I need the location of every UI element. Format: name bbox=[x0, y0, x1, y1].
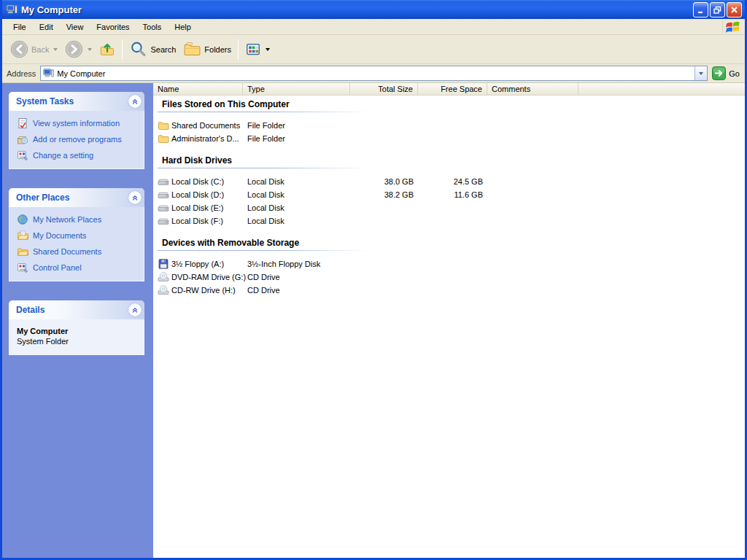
task-link-label: My Documents bbox=[33, 231, 86, 240]
name-cell: DVD-RAM Drive (G:) bbox=[153, 271, 243, 283]
go-button[interactable]: Go bbox=[712, 66, 743, 80]
task-link-view-system-information[interactable]: View system information bbox=[17, 117, 141, 129]
chevron-down-icon bbox=[53, 48, 58, 51]
name-cell: Local Disk (F:) bbox=[153, 215, 243, 227]
list-item-cd-rw-drive-h[interactable]: CD-RW Drive (H:)CD Drive bbox=[153, 284, 745, 297]
address-input[interactable]: My Computer bbox=[40, 66, 708, 81]
task-link-label: Change a setting bbox=[33, 151, 93, 160]
my-computer-icon bbox=[6, 4, 18, 15]
task-pane-sidebar: System TasksView system informationAdd o… bbox=[2, 83, 153, 558]
type-cell: 3½-Inch Floppy Disk bbox=[243, 260, 350, 268]
chevron-up-button[interactable] bbox=[128, 191, 142, 204]
panel-body: My Network PlacesMy DocumentsShared Docu… bbox=[9, 207, 144, 281]
go-arrow-icon bbox=[712, 66, 726, 80]
item-name: Local Disk (C:) bbox=[171, 177, 224, 186]
file-list-area: NameTypeTotal SizeFree SpaceComments Fil… bbox=[153, 83, 745, 558]
group-hard-disk-drives: Hard Disk DrivesLocal Disk (C:)Local Dis… bbox=[153, 155, 745, 228]
name-cell: CD-RW Drive (H:) bbox=[153, 284, 243, 296]
list-item-shared-documents[interactable]: Shared DocumentsFile Folder bbox=[153, 119, 745, 132]
folders-button[interactable]: Folders bbox=[179, 38, 235, 61]
search-button[interactable]: Search bbox=[125, 38, 179, 61]
local-disk-icon bbox=[158, 202, 169, 214]
restore-button[interactable] bbox=[710, 2, 725, 18]
total-size-cell: 38.2 GB bbox=[350, 190, 418, 199]
panel-body: View system informationAdd or remove pro… bbox=[9, 111, 144, 169]
panel-other-places: Other PlacesMy Network PlacesMy Document… bbox=[9, 188, 144, 281]
task-link-label: Shared Documents bbox=[33, 247, 101, 256]
name-cell: 3½ Floppy (A:) bbox=[153, 258, 243, 270]
up-button[interactable] bbox=[96, 39, 119, 60]
close-button[interactable] bbox=[727, 2, 742, 18]
group-header: Hard Disk Drives bbox=[162, 155, 745, 166]
window-controls bbox=[693, 2, 742, 18]
views-icon bbox=[245, 42, 261, 58]
system-info-icon bbox=[17, 117, 28, 129]
item-name: DVD-RAM Drive (G:) bbox=[171, 273, 246, 281]
task-link-label: Add or remove programs bbox=[33, 135, 122, 144]
type-cell: File Folder bbox=[243, 121, 350, 130]
task-link-label: Control Panel bbox=[33, 263, 82, 272]
list-item-dvd-ram-drive-g[interactable]: DVD-RAM Drive (G:)CD Drive bbox=[153, 271, 745, 284]
minimize-button[interactable] bbox=[693, 2, 708, 18]
task-link-my-documents[interactable]: My Documents bbox=[17, 230, 141, 241]
column-header-comments[interactable]: Comments bbox=[487, 83, 578, 95]
go-label: Go bbox=[729, 69, 740, 78]
menu-item-tools[interactable]: Tools bbox=[136, 21, 169, 33]
cd-drive-icon bbox=[158, 271, 169, 283]
panel-details: DetailsMy ComputerSystem Folder bbox=[9, 300, 144, 355]
panel-system-tasks: System TasksView system informationAdd o… bbox=[9, 92, 144, 169]
panel-header-system-tasks[interactable]: System Tasks bbox=[9, 92, 144, 111]
column-headers: NameTypeTotal SizeFree SpaceComments bbox=[153, 83, 745, 96]
name-cell: Local Disk (D:) bbox=[153, 189, 243, 201]
details-item-type: System Folder bbox=[17, 337, 138, 346]
folders-icon bbox=[183, 40, 201, 58]
panel-header-details[interactable]: Details bbox=[9, 300, 144, 319]
views-button[interactable] bbox=[241, 39, 274, 60]
window-title: My Computer bbox=[21, 4, 693, 15]
type-cell: Local Disk bbox=[243, 190, 350, 199]
control-panel-icon bbox=[17, 262, 28, 273]
name-cell: Administrator's D... bbox=[153, 133, 243, 144]
folder-icon bbox=[158, 133, 169, 144]
title-bar[interactable]: My Computer bbox=[2, 0, 745, 19]
shared-documents-icon bbox=[17, 246, 28, 257]
panel-header-other-places[interactable]: Other Places bbox=[9, 188, 144, 207]
list-item-local-disk-e[interactable]: Local Disk (E:)Local Disk bbox=[153, 201, 745, 214]
chevron-up-button[interactable] bbox=[128, 303, 142, 316]
list-item-local-disk-c[interactable]: Local Disk (C:)Local Disk38.0 GB24.5 GB bbox=[153, 175, 745, 188]
column-header-type[interactable]: Type bbox=[243, 83, 350, 95]
task-link-shared-documents[interactable]: Shared Documents bbox=[17, 246, 141, 257]
menu-item-edit[interactable]: Edit bbox=[33, 21, 60, 33]
address-label: Address bbox=[7, 69, 36, 78]
menu-item-file[interactable]: File bbox=[7, 21, 33, 33]
my-computer-window: My Computer FileEditViewFavoritesToolsHe… bbox=[0, 0, 747, 560]
list-item-3-floppy-a[interactable]: 3½ Floppy (A:)3½-Inch Floppy Disk bbox=[153, 257, 745, 271]
task-link-add-or-remove-programs[interactable]: Add or remove programs bbox=[17, 133, 141, 145]
item-name: Administrator's D... bbox=[171, 134, 239, 143]
list-item-administrator-s-d[interactable]: Administrator's D...File Folder bbox=[153, 132, 745, 145]
local-disk-icon bbox=[158, 176, 169, 187]
forward-button[interactable] bbox=[61, 38, 96, 61]
group-underline bbox=[158, 168, 369, 168]
type-cell: Local Disk bbox=[243, 203, 350, 212]
task-link-my-network-places[interactable]: My Network Places bbox=[17, 214, 141, 225]
list-item-local-disk-f[interactable]: Local Disk (F:)Local Disk bbox=[153, 214, 745, 228]
change-setting-icon bbox=[17, 149, 28, 161]
task-link-change-a-setting[interactable]: Change a setting bbox=[17, 149, 141, 161]
task-link-control-panel[interactable]: Control Panel bbox=[17, 262, 141, 273]
column-header-free-space[interactable]: Free Space bbox=[418, 83, 487, 95]
chevron-up-button[interactable] bbox=[128, 95, 142, 108]
item-name: Local Disk (D:) bbox=[171, 190, 224, 199]
column-header-filler bbox=[578, 83, 745, 95]
menu-item-favorites[interactable]: Favorites bbox=[90, 21, 136, 33]
address-dropdown-button[interactable] bbox=[694, 66, 707, 80]
list-item-local-disk-d[interactable]: Local Disk (D:)Local Disk38.2 GB11.6 GB bbox=[153, 188, 745, 201]
column-header-total-size[interactable]: Total Size bbox=[350, 83, 418, 95]
column-header-name[interactable]: Name bbox=[153, 83, 243, 95]
menu-item-help[interactable]: Help bbox=[168, 21, 198, 33]
name-cell: Local Disk (E:) bbox=[153, 202, 243, 214]
menu-bar: FileEditViewFavoritesToolsHelp bbox=[2, 19, 745, 35]
menu-item-view[interactable]: View bbox=[60, 21, 90, 33]
toolbar-separator bbox=[238, 39, 239, 60]
back-button[interactable]: Back bbox=[7, 38, 61, 61]
